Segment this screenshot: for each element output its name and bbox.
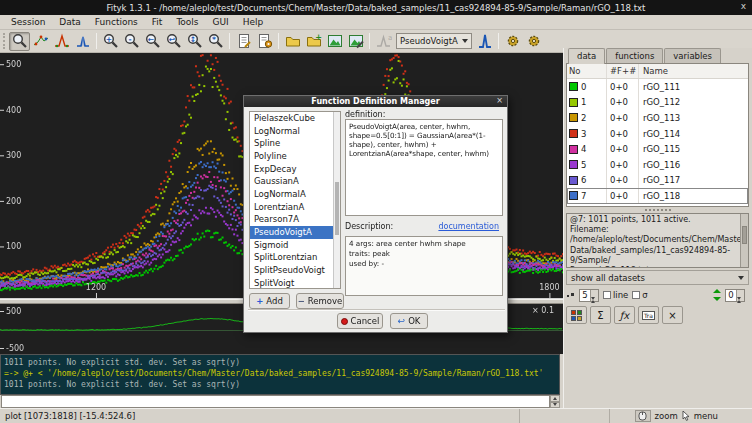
function-list-item[interactable]: Polyline — [250, 150, 340, 163]
table-row[interactable]: 30+0rGO_114 — [567, 126, 748, 142]
tab-functions[interactable]: functions — [606, 48, 663, 64]
execute-script-button[interactable] — [254, 32, 275, 51]
output-console[interactable]: 1011 points. No explicit std. dev. Set a… — [0, 354, 560, 395]
menu-functions[interactable]: Functions — [88, 16, 145, 28]
add-peak-mode-button[interactable] — [72, 32, 93, 51]
add-button[interactable]: + Add — [249, 293, 290, 309]
table-row[interactable]: 00+0rGO_111 — [567, 79, 748, 95]
edit-script-button[interactable] — [233, 32, 254, 51]
transform-button[interactable]: Tra — [638, 306, 659, 324]
zoom-in-button[interactable]: + — [100, 32, 121, 51]
function-list-item[interactable]: SplitPseudoVoigt — [250, 264, 340, 277]
tab-data[interactable]: data — [568, 48, 605, 64]
function-list-item[interactable]: ExpDecay — [250, 163, 340, 176]
zoom-all-button[interactable]: * — [205, 32, 226, 51]
dataset-color-swatch[interactable] — [569, 176, 578, 185]
function-list-item[interactable]: LorentzianA — [250, 201, 340, 214]
dialog-titlebar[interactable]: Function Definition Manager × — [244, 96, 507, 107]
menu-bar: SessionDataFunctionsFitToolsGUIHelp — [0, 15, 752, 30]
run-fit-button[interactable] — [502, 32, 523, 51]
table-row[interactable]: 10+0rGO_112 — [567, 95, 748, 111]
plus-icon: + — [256, 296, 263, 306]
table-row[interactable]: 40+0rGO_115 — [567, 141, 748, 157]
zoom-out-icon: - — [124, 33, 140, 49]
background-mode-button[interactable] — [51, 32, 72, 51]
execute-script-icon — [257, 33, 273, 49]
menu-fit[interactable]: Fit — [145, 16, 170, 28]
list-scrollbar[interactable] — [333, 112, 340, 288]
ok-button[interactable]: ↩ OK — [390, 313, 428, 329]
fit-settings-button[interactable] — [523, 32, 544, 51]
function-list-item[interactable]: LogNormal — [250, 125, 340, 138]
function-list-item[interactable]: SplitLorentzian — [250, 251, 340, 264]
function-type-select[interactable]: PseudoVoigtA — [396, 33, 472, 49]
tab-variables[interactable]: variables — [664, 48, 721, 64]
window-close-icon[interactable]: x — [741, 1, 746, 11]
add-peak-button[interactable] — [474, 32, 495, 51]
menu-data[interactable]: Data — [52, 16, 88, 28]
svg-text:+: + — [105, 35, 111, 44]
dataset-color-swatch[interactable] — [569, 98, 578, 107]
functions-button[interactable]: ƒx — [614, 306, 635, 324]
dataset-info-box[interactable]: @7: 1011 points, 1011 active.Filename: /… — [566, 213, 749, 268]
function-list-item[interactable]: PseudoVoigtA — [250, 226, 340, 239]
sum-button[interactable]: Σ — [590, 306, 611, 324]
function-list-item[interactable]: LogNormalA — [250, 188, 340, 201]
function-list-item[interactable]: Sigmoid — [250, 239, 340, 252]
zoom-vertically-button[interactable]: ↕ — [184, 32, 205, 51]
info-scrollbar[interactable] — [740, 214, 748, 267]
export-image-button[interactable] — [345, 32, 366, 51]
dataset-color-swatch[interactable] — [569, 191, 578, 200]
remove-button[interactable]: − Remove — [296, 293, 344, 309]
function-list-item[interactable]: Spline — [250, 137, 340, 150]
menu-gui[interactable]: GUI — [206, 16, 236, 28]
delete-button[interactable]: × — [662, 306, 683, 324]
mouse-config-button[interactable] — [635, 410, 651, 422]
command-input[interactable] — [1, 395, 550, 408]
menu-session[interactable]: Session — [4, 16, 52, 28]
definition-textarea[interactable]: PseudoVoigtA(area, center, hwhm, shape=0… — [345, 119, 503, 216]
undo-zoom-icon: ↩ — [166, 33, 182, 49]
menu-tools[interactable]: Tools — [169, 16, 205, 28]
table-row[interactable]: 20+0rGO_113 — [567, 110, 748, 126]
table-row[interactable]: 60+0rGO_117 — [567, 173, 748, 189]
previous-zoom-button[interactable]: ← — [142, 32, 163, 51]
window-titlebar[interactable]: Fityk 1.3.1 - /home/aleplo/test/Document… — [0, 0, 752, 15]
dialog-close-icon[interactable]: × — [496, 96, 503, 105]
shift-stepper[interactable]: 0 — [725, 289, 745, 302]
save-image-button[interactable] — [324, 32, 345, 51]
colors-button[interactable] — [566, 306, 587, 324]
function-list-item[interactable]: SplitVoigt — [250, 277, 340, 289]
zoom-out-button[interactable]: - — [121, 32, 142, 51]
dataset-action-buttons: ΣƒxTra× — [566, 305, 749, 325]
dataset-color-swatch[interactable] — [569, 129, 578, 138]
append-data-button[interactable]: + — [303, 32, 324, 51]
sigma-checkbox[interactable]: σ — [632, 290, 647, 300]
dataset-color-swatch[interactable] — [569, 160, 578, 169]
toolbar-handle[interactable] — [3, 33, 6, 49]
function-list-item[interactable]: Pearson7A — [250, 213, 340, 226]
dataset-color-swatch[interactable] — [569, 145, 578, 154]
point-size-stepper[interactable]: 5 — [579, 289, 599, 302]
documentation-link[interactable]: documentation — [438, 222, 499, 231]
table-row[interactable]: 50+0rGO_116 — [567, 157, 748, 173]
svg-text:+: + — [315, 33, 322, 42]
zoom-mode-button[interactable] — [9, 32, 30, 51]
dataset-color-swatch[interactable] — [569, 82, 578, 91]
function-list-item[interactable]: PielaszekCube — [250, 112, 340, 125]
load-data-button[interactable] — [282, 32, 303, 51]
auto-add-peak-button: a — [373, 32, 394, 51]
table-row[interactable]: 70+0rGO_118 — [567, 188, 748, 204]
function-list-item[interactable]: GaussianA — [250, 175, 340, 188]
line-checkbox[interactable]: line — [603, 290, 628, 300]
chevron-down-icon — [462, 39, 468, 43]
menu-help[interactable]: Help — [236, 16, 271, 28]
function-type-list[interactable]: PielaszekCubeLogNormalSplinePolylineExpD… — [249, 111, 341, 289]
datasets-filter-select[interactable]: show all datasets — [566, 270, 749, 285]
data-range-mode-button[interactable] — [30, 32, 51, 51]
dataset-color-swatch[interactable] — [569, 113, 578, 122]
command-history-spinner[interactable] — [550, 395, 560, 408]
undo-zoom-button[interactable]: ↩ — [163, 32, 184, 51]
cancel-button[interactable]: Cancel — [337, 313, 383, 329]
console-line: 1011 points. No explicit std. dev. Set a… — [4, 357, 556, 368]
